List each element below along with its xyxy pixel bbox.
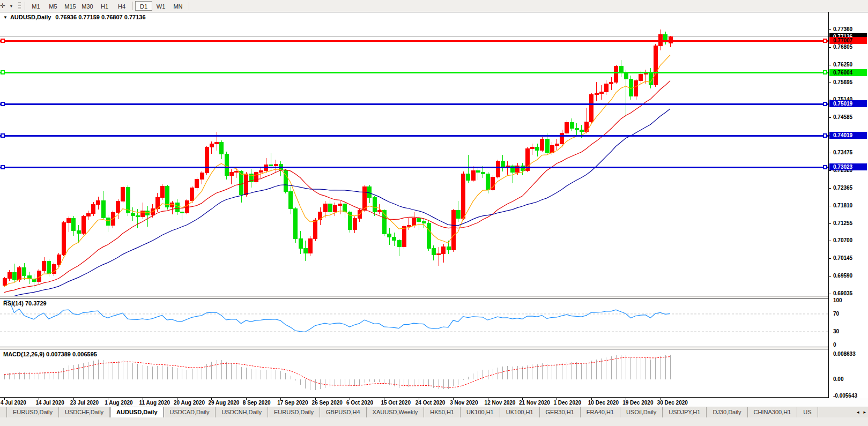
cursor-tool-dropdown-caret[interactable]: ▼ — [8, 4, 15, 8]
tab-eurusd-daily[interactable]: EURUSD,Daily — [268, 407, 320, 417]
tab-gbpusd-h4[interactable]: GBPUSD,H4 — [320, 407, 367, 417]
date-label: 10 Dec 2020 — [588, 400, 619, 406]
tab-usdcad-daily[interactable]: USDCAD,Daily — [164, 407, 216, 417]
date-label: 23 Jul 2020 — [70, 400, 99, 406]
tab-uk100-h1[interactable]: UK100,H1 — [500, 407, 540, 417]
tab-usdchf-daily[interactable]: USDCHF,Daily — [59, 407, 110, 417]
rsi-axis-label: 70 — [833, 311, 839, 317]
ma-line-20[interactable] — [4, 81, 670, 293]
date-label: 15 Oct 2020 — [381, 400, 411, 406]
hline-handle[interactable] — [824, 71, 827, 74]
tab-fra40-h1[interactable]: FRA40,H1 — [581, 407, 620, 417]
macd-chart-canvas[interactable] — [0, 349, 829, 398]
price-axis-tick — [829, 258, 831, 259]
price-box-0.75019: 0.75019 — [829, 100, 867, 107]
price-axis-tick — [829, 117, 831, 118]
timeframe-button-m15[interactable]: M15 — [62, 1, 79, 11]
price-tick-label: 0.74585 — [833, 114, 852, 121]
price-box-0.74019: 0.74019 — [829, 132, 867, 139]
price-tick-label: 0.70145 — [833, 255, 852, 261]
rsi-axis-label: 100 — [833, 297, 842, 304]
date-label: 6 Oct 2020 — [346, 400, 373, 406]
timeframe-button-mn[interactable]: MN — [169, 1, 187, 11]
price-box-0.77007: 0.77007 — [829, 37, 867, 44]
date-label: 3 Nov 2020 — [450, 400, 478, 406]
price-axis[interactable]: 0.773600.768050.762500.756950.751400.745… — [828, 12, 868, 398]
hline-handle[interactable] — [824, 134, 827, 137]
hline-handle[interactable] — [1, 134, 4, 137]
tab-eurusd-daily[interactable]: EURUSD,Daily — [6, 407, 59, 417]
date-label: 17 Sep 2020 — [277, 400, 308, 406]
price-tick-label: 0.72365 — [833, 185, 852, 191]
tab-xauusd-weekly[interactable]: XAUUSD,Weekly — [367, 407, 425, 417]
tab-audusd-daily[interactable]: AUDUSD,Daily — [110, 407, 164, 417]
date-label: 30 Dec 2020 — [657, 400, 688, 406]
chart-symbol-period: AUDUSD,Daily — [10, 14, 51, 20]
macd-axis-label: 0.00 — [833, 376, 843, 383]
date-label: 11 Aug 2020 — [139, 400, 170, 406]
tab-usdjpy-h1[interactable]: USDJPY,H1 — [663, 407, 707, 417]
timeframe-button-h4[interactable]: H4 — [113, 1, 130, 11]
date-label: 26 Sep 2020 — [312, 400, 343, 406]
price-tick-label: 0.69590 — [833, 273, 852, 279]
date-label: 19 Dec 2020 — [622, 400, 653, 406]
tab-usdcnh-daily[interactable]: USDCNH,Daily — [216, 407, 268, 417]
tab-china300-h1[interactable]: CHINA300,H1 — [748, 407, 798, 417]
price-axis-tick — [829, 276, 831, 276]
tab-scroll-buttons: ◂▸ — [855, 407, 868, 417]
hline-handle[interactable] — [1, 166, 4, 169]
price-axis-tick — [829, 65, 831, 65]
rsi-indicator-label: RSI(14) 70.3729 — [3, 300, 47, 307]
hline-handle[interactable] — [824, 166, 827, 169]
collapse-chart-icon[interactable]: ▼ — [3, 15, 8, 20]
price-tick-label: 0.70700 — [833, 237, 852, 244]
tab-hk50-h1[interactable]: HK50,H1 — [424, 407, 461, 417]
panel-resize-divider[interactable] — [0, 347, 868, 349]
rsi-chart-canvas[interactable] — [0, 298, 829, 347]
chart-window[interactable]: ▼ AUDUSD,Daily 0.76936 0.77159 0.76807 0… — [0, 12, 868, 398]
status-strip — [0, 417, 868, 426]
timeframe-button-h1[interactable]: H1 — [96, 1, 113, 11]
tab-dj30-daily[interactable]: DJ30,Daily — [707, 407, 747, 417]
date-label: 29 Aug 2020 — [208, 400, 239, 406]
toolbar-grip[interactable] — [18, 2, 21, 10]
timeframe-button-m1[interactable]: M1 — [27, 1, 44, 11]
timeframe-button-m30[interactable]: M30 — [79, 1, 96, 11]
macd-axis-label: -0.005643 — [833, 393, 857, 399]
timeframe-button-m5[interactable]: M5 — [44, 1, 62, 11]
tab-scroll-left-icon[interactable]: ◂ — [855, 409, 862, 415]
tab-us[interactable]: US — [797, 407, 818, 417]
rsi-axis-label: 30 — [833, 328, 839, 335]
price-tick-label: 0.76805 — [833, 44, 852, 50]
ma-line-8[interactable] — [4, 55, 670, 287]
candlesticks — [3, 29, 672, 288]
panel-resize-divider[interactable] — [0, 296, 868, 298]
macd-indicator-label: MACD(12,26,9) 0.007389 0.006595 — [3, 351, 97, 357]
price-axis-tick — [829, 188, 831, 189]
crosshair-cursor-icon[interactable]: ✛ — [0, 2, 8, 10]
tab-uk100-h1[interactable]: UK100,H1 — [461, 407, 500, 417]
tab-usoil-daily[interactable]: USOil,Daily — [620, 407, 663, 417]
price-tick-label: 0.73475 — [833, 150, 852, 156]
date-label: 1 Dec 2020 — [553, 400, 581, 406]
date-axis[interactable]: 4 Jul 202014 Jul 202023 Jul 20201 Aug 20… — [0, 398, 868, 407]
hline-handle[interactable] — [1, 39, 4, 42]
price-tick-label: 0.69035 — [833, 290, 852, 297]
hline-handle[interactable] — [824, 102, 827, 106]
main-chart-canvas[interactable] — [0, 12, 829, 296]
hline-handle[interactable] — [1, 102, 4, 106]
macd-signal-line — [4, 357, 670, 388]
timeframe-button-d1[interactable]: D1 — [135, 1, 152, 11]
timeframe-button-w1[interactable]: W1 — [152, 1, 169, 11]
timeframe-buttons: M1M5M15M30H1H4D1W1MN — [27, 1, 191, 11]
hline-handle[interactable] — [1, 71, 4, 74]
tab-ger30-h1[interactable]: GER30,H1 — [540, 407, 581, 417]
price-axis-tick — [829, 223, 831, 224]
rsi-axis-label: 0 — [833, 342, 836, 348]
hline-handle[interactable] — [824, 39, 827, 42]
chart-tab-bar: EURUSD,DailyUSDCHF,DailyAUDUSD,DailyUSDC… — [0, 407, 868, 417]
tab-scroll-right-icon[interactable]: ▸ — [861, 409, 868, 415]
chart-ohlc-values: 0.76936 0.77159 0.76807 0.77136 — [55, 14, 145, 20]
date-label: 8 Sep 2020 — [243, 400, 271, 406]
mt4-terminal: { "toolbar": { "cursor_tool_icon": "cros… — [0, 0, 868, 426]
